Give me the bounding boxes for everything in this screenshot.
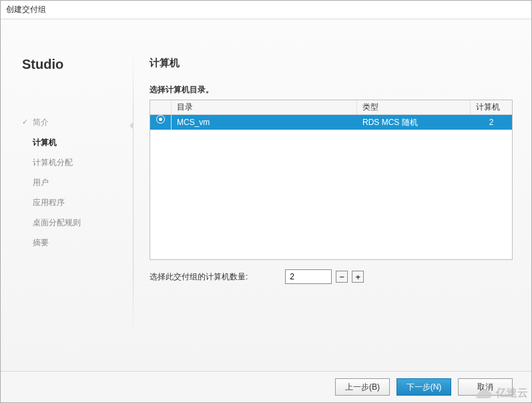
quantity-row: 选择此交付组的计算机数量: − + bbox=[150, 269, 513, 284]
footer: 上一步(B) 下一步(N) 取消 bbox=[1, 371, 531, 402]
brand-title: Studio bbox=[22, 57, 126, 72]
titlebar: 创建交付组 bbox=[1, 1, 531, 19]
header-radio-col bbox=[150, 100, 172, 114]
content-panel: 计算机 选择计算机目录。 目录 类型 计算机 MCS_vm RDS MCS 随机 bbox=[134, 33, 513, 363]
sidebar-divider bbox=[133, 51, 134, 336]
next-button[interactable]: 下一步(N) bbox=[396, 378, 451, 396]
row-catalog: MCS_vm bbox=[172, 118, 357, 127]
nav-step-summary[interactable]: 摘要 bbox=[22, 233, 126, 253]
header-count[interactable]: 计算机 bbox=[471, 100, 512, 114]
quantity-increment-button[interactable]: + bbox=[352, 271, 364, 283]
dialog-window: 创建交付组 Studio 简介 计算机 计算机分配 用户 应用程序 桌面分配规则… bbox=[0, 0, 532, 403]
row-type: RDS MCS 随机 bbox=[357, 117, 471, 128]
quantity-label: 选择此交付组的计算机数量: bbox=[150, 271, 248, 283]
table-row[interactable]: MCS_vm RDS MCS 随机 2 bbox=[150, 115, 512, 130]
nav-step-applications[interactable]: 应用程序 bbox=[22, 192, 126, 213]
row-radio[interactable] bbox=[150, 115, 172, 130]
nav-step-machine-allocation[interactable]: 计算机分配 bbox=[22, 152, 126, 172]
table-body: MCS_vm RDS MCS 随机 2 bbox=[150, 115, 512, 259]
nav-step-intro[interactable]: 简介 bbox=[22, 112, 126, 132]
quantity-decrement-button[interactable]: − bbox=[336, 271, 348, 283]
cancel-button[interactable]: 取消 bbox=[458, 378, 513, 396]
main-area: Studio 简介 计算机 计算机分配 用户 应用程序 桌面分配规则 摘要 计算… bbox=[1, 19, 531, 371]
quantity-input[interactable] bbox=[285, 269, 332, 284]
nav-step-users[interactable]: 用户 bbox=[22, 172, 126, 192]
catalog-table: 目录 类型 计算机 MCS_vm RDS MCS 随机 2 bbox=[150, 100, 513, 260]
nav-step-machines[interactable]: 计算机 bbox=[22, 132, 126, 152]
instruction-text: 选择计算机目录。 bbox=[150, 84, 513, 96]
row-count: 2 bbox=[471, 118, 512, 127]
wizard-nav: 简介 计算机 计算机分配 用户 应用程序 桌面分配规则 摘要 bbox=[22, 112, 126, 253]
header-type[interactable]: 类型 bbox=[357, 100, 471, 114]
window-title: 创建交付组 bbox=[6, 4, 46, 15]
quantity-controls: − + bbox=[285, 269, 364, 284]
table-header: 目录 类型 计算机 bbox=[150, 100, 512, 115]
header-catalog[interactable]: 目录 bbox=[172, 100, 357, 114]
wizard-sidebar: Studio 简介 计算机 计算机分配 用户 应用程序 桌面分配规则 摘要 bbox=[19, 33, 133, 363]
nav-step-desktop-rules[interactable]: 桌面分配规则 bbox=[22, 213, 126, 233]
back-button[interactable]: 上一步(B) bbox=[335, 378, 390, 396]
radio-icon bbox=[156, 115, 165, 124]
page-heading: 计算机 bbox=[150, 57, 513, 70]
